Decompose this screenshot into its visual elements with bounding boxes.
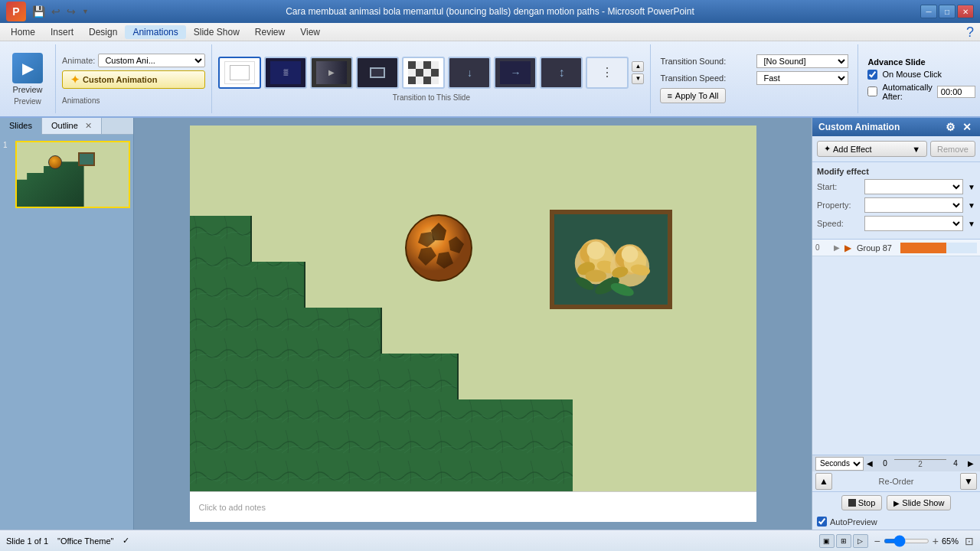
menu-item-view[interactable]: View xyxy=(292,25,328,39)
stop-button[interactable]: Stop xyxy=(841,495,883,510)
animations-section-label: Animations xyxy=(62,96,100,105)
transition-spin-button[interactable]: ↕ xyxy=(540,57,583,89)
svg-point-21 xyxy=(586,241,605,259)
fit-to-window-button[interactable]: ⊡ xyxy=(965,535,974,547)
reorder-down-button[interactable]: ▼ xyxy=(960,473,977,490)
property-dropdown[interactable] xyxy=(864,197,963,213)
animation-item-group87[interactable]: 0 ▶ ▶ Group 87 xyxy=(812,240,980,256)
apply-to-all-button[interactable]: ≡ Apply To All xyxy=(660,88,725,103)
transition-settings: Transition Sound: [No Sound] Transition … xyxy=(657,51,851,106)
add-effect-dropdown-icon[interactable]: ▼ xyxy=(912,145,920,154)
timeline-scroll-left[interactable]: ◀ xyxy=(864,458,876,470)
panel-title-controls: ⚙ ✕ xyxy=(943,121,974,133)
svg-rect-1 xyxy=(190,399,573,491)
menu-item-review[interactable]: Review xyxy=(247,25,292,39)
ribbon-transitions-section: ▒ ▶ ↓ xyxy=(218,44,651,113)
advance-slide-label: Advance Slide xyxy=(867,57,925,67)
slide-thumbnail-1[interactable] xyxy=(15,141,130,208)
start-dropdown[interactable] xyxy=(864,179,963,194)
svg-point-24 xyxy=(585,270,606,282)
reorder-label: Re-Order xyxy=(835,477,957,486)
window-controls: ─ □ ✕ xyxy=(920,5,974,18)
slideshow-view-button[interactable]: ▷ xyxy=(853,534,868,548)
menu-item-animations[interactable]: Animations xyxy=(125,25,185,39)
view-buttons: ▣ ⊞ ▷ xyxy=(819,534,868,548)
on-mouse-click-checkbox[interactable] xyxy=(867,70,877,80)
advance-slide-settings: Advance Slide On Mouse Click Automatical… xyxy=(864,54,978,104)
mouse-click-icon: ▶ xyxy=(834,243,844,252)
animation-list: 0 ▶ ▶ Group 87 xyxy=(812,239,980,347)
zoom-slider[interactable] xyxy=(884,539,929,543)
slide-canvas[interactable] xyxy=(190,126,756,491)
custom-animation-button[interactable]: ✦ Custom Animation xyxy=(62,70,205,89)
transition-fade-button[interactable]: ▒ xyxy=(264,57,307,89)
start-label: Start: xyxy=(817,182,860,191)
zoom-out-button[interactable]: − xyxy=(874,535,880,547)
speed-dropdown[interactable] xyxy=(864,216,963,231)
modify-effect-section: Modify effect Start: ▼ Property: ▼ Speed… xyxy=(812,162,980,239)
outline-tab-close[interactable]: ✕ xyxy=(85,121,92,130)
soccer-ball xyxy=(404,214,473,282)
slide-sorter-button[interactable]: ⊞ xyxy=(836,534,851,548)
menu-item-design[interactable]: Design xyxy=(81,25,125,39)
zoom-level: 65% xyxy=(942,536,959,546)
office-logo[interactable]: P xyxy=(6,2,26,21)
transition-box-button[interactable] xyxy=(356,57,399,89)
timeline-t2: 2 xyxy=(894,459,946,468)
menu-item-slideshow[interactable]: Slide Show xyxy=(186,25,247,39)
preview-label: Preview xyxy=(12,85,42,94)
window-title: Cara membuat animasi bola memantul (boun… xyxy=(0,6,980,17)
panel-close-icon[interactable]: ✕ xyxy=(960,121,974,133)
minimize-button[interactable]: ─ xyxy=(920,5,937,18)
notes-placeholder: Click to add notes xyxy=(199,503,266,512)
animate-dropdown[interactable]: Custom Ani... xyxy=(98,54,205,67)
slideshow-icon: ▶ xyxy=(893,499,900,507)
transition-more-button[interactable]: ⋮ xyxy=(586,57,629,89)
automatically-after-input[interactable]: 00:00 xyxy=(937,86,975,98)
undo-button[interactable]: ↩ xyxy=(50,4,62,19)
animate-row: Animate: Custom Ani... xyxy=(62,54,205,67)
content-area: Slides Outline ✕ 1 xyxy=(0,118,980,530)
ribbon-advance-slide-section: Advance Slide On Mouse Click Automatical… xyxy=(864,44,980,113)
timeline-scroll-right[interactable]: ▶ xyxy=(965,458,977,470)
speed-dropdown-icon: ▼ xyxy=(968,220,975,228)
panel-button-row: ✦ Add Effect ▼ Remove xyxy=(812,136,980,162)
zoom-in-button[interactable]: + xyxy=(933,535,939,547)
on-mouse-click-row: On Mouse Click xyxy=(867,70,975,80)
redo-button[interactable]: ↪ xyxy=(65,4,77,19)
notes-area[interactable]: Click to add notes xyxy=(190,491,756,522)
normal-view-button[interactable]: ▣ xyxy=(819,534,835,548)
slides-tab[interactable]: Slides xyxy=(0,118,42,135)
transition-sound-dropdown[interactable]: [No Sound] xyxy=(756,54,848,68)
automatically-after-checkbox[interactable] xyxy=(867,86,877,96)
remove-button[interactable]: Remove xyxy=(930,141,975,157)
transition-scroll-down-button[interactable]: ▼ xyxy=(632,73,644,84)
reorder-up-button[interactable]: ▲ xyxy=(815,473,832,490)
transition-scroll-up-button[interactable]: ▲ xyxy=(632,61,644,72)
slides-tabs: Slides Outline ✕ xyxy=(0,118,133,135)
menu-item-insert[interactable]: Insert xyxy=(43,25,81,39)
add-effect-button[interactable]: ✦ Add Effect ▼ xyxy=(817,141,927,157)
save-button[interactable]: 💾 xyxy=(31,4,47,19)
transition-speed-dropdown[interactable]: Fast xyxy=(756,71,848,85)
transition-arrow-button[interactable]: ↓ xyxy=(448,57,491,89)
outline-tab[interactable]: Outline ✕ xyxy=(42,118,102,134)
transition-checker-button[interactable] xyxy=(402,57,445,89)
auto-preview-label: AutoPreview xyxy=(830,517,877,527)
transition-arrow-right-button[interactable]: → xyxy=(494,57,537,89)
panel-settings-icon[interactable]: ⚙ xyxy=(943,121,957,133)
auto-preview-checkbox[interactable] xyxy=(817,517,827,527)
seconds-dropdown[interactable]: Seconds xyxy=(815,457,864,471)
animation-bar-area xyxy=(900,243,977,253)
help-icon[interactable]: ? xyxy=(966,24,974,40)
apply-all-icon: ≡ xyxy=(667,91,671,100)
close-button[interactable]: ✕ xyxy=(957,5,974,18)
menu-item-home[interactable]: Home xyxy=(3,25,43,39)
slide-show-button[interactable]: ▶ Slide Show xyxy=(887,495,951,510)
maximize-button[interactable]: □ xyxy=(939,5,956,18)
quick-access-more-button[interactable]: ▼ xyxy=(80,6,90,17)
property-dropdown-icon: ▼ xyxy=(968,201,975,210)
transition-none-button[interactable] xyxy=(218,57,261,89)
preview-button[interactable]: ▶ Preview xyxy=(6,53,49,94)
transition-wipe-button[interactable]: ▶ xyxy=(310,57,353,89)
